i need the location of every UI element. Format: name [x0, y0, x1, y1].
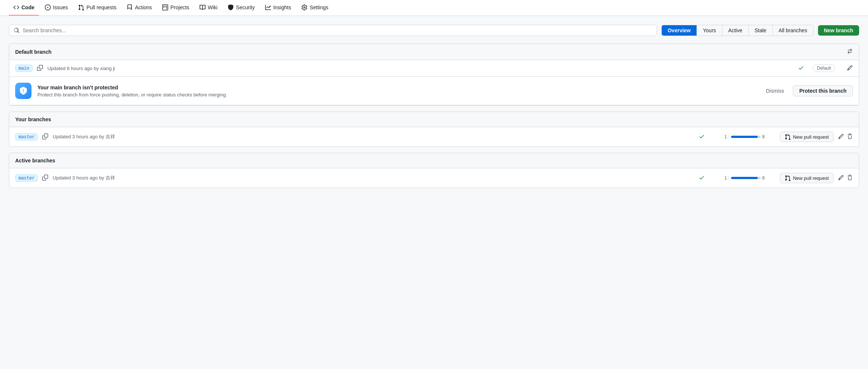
commits-bar-fill-yours: [731, 136, 758, 138]
issue-icon: [45, 4, 51, 10]
check-icon: [798, 65, 804, 72]
commits-behind-yours: 1: [720, 134, 727, 139]
nav-insights-label: Insights: [273, 4, 291, 10]
row-actions-active: New pull request: [780, 173, 853, 183]
copy-icon-master-yours[interactable]: [42, 133, 48, 141]
default-branch-header: Default branch: [9, 44, 859, 60]
switch-icon[interactable]: [847, 48, 853, 55]
new-pull-request-button-active[interactable]: New pull request: [780, 173, 834, 183]
master-branch-meta-active: Updated 3 hours ago by 吉祥: [53, 175, 690, 181]
nav-actions[interactable]: Actions: [122, 0, 156, 16]
projects-icon: [162, 4, 168, 10]
protection-icon-wrap: [15, 83, 31, 99]
nav-projects[interactable]: Projects: [158, 0, 194, 16]
delete-icon-yours[interactable]: [847, 133, 853, 141]
delete-icon-active[interactable]: [847, 175, 853, 182]
nav-security[interactable]: Security: [223, 0, 259, 16]
main-branch-row: main Updated 6 hours ago by xiang ji Def…: [9, 60, 859, 77]
commits-behind-active: 1: [720, 175, 727, 181]
master-branch-row-yours: master Updated 3 hours ago by 吉祥 1 | 8 N…: [9, 127, 859, 146]
main-branch-meta: Updated 6 hours ago by xiang ji: [47, 66, 789, 71]
your-branches-title: Your branches: [15, 116, 51, 122]
commits-bar-fill-active: [731, 177, 758, 179]
default-badge: Default: [813, 65, 835, 72]
check-icon-active: [699, 175, 705, 182]
tab-all-branches[interactable]: All branches: [773, 25, 813, 36]
nav-insights[interactable]: Insights: [261, 0, 296, 16]
nav-security-label: Security: [236, 4, 255, 10]
settings-icon: [301, 4, 307, 10]
master-branch-row-active: master Updated 3 hours ago by 吉祥 1 | 8 N…: [9, 168, 859, 188]
active-branches-header: Active branches: [9, 153, 859, 168]
pr-icon: [78, 4, 84, 10]
protection-actions: Dismiss Protect this branch: [761, 85, 853, 96]
main-content: Overview Yours Active Stale All branches…: [0, 16, 868, 369]
nav-issues[interactable]: Issues: [40, 0, 72, 16]
commits-ahead-yours: 8: [762, 134, 769, 139]
nav-code[interactable]: Code: [9, 0, 39, 16]
protection-description: Protect this branch from force pushing, …: [37, 92, 755, 98]
toolbar: Overview Yours Active Stale All branches…: [9, 25, 859, 36]
your-branches-section: Your branches master Updated 3 hours ago…: [9, 112, 859, 147]
edit-icon-active[interactable]: [838, 175, 844, 182]
new-branch-button[interactable]: New branch: [818, 25, 859, 36]
nav-actions-label: Actions: [135, 4, 152, 10]
search-input[interactable]: [23, 27, 652, 33]
row-actions-yours: New pull request: [780, 132, 853, 142]
copy-icon[interactable]: [37, 65, 43, 72]
tab-overview[interactable]: Overview: [662, 25, 697, 36]
tab-stale[interactable]: Stale: [749, 25, 773, 36]
nav-wiki-label: Wiki: [208, 4, 217, 10]
protection-text: Your main branch isn't protected Protect…: [37, 85, 755, 98]
tab-active[interactable]: Active: [722, 25, 749, 36]
main-branch-tag: main: [15, 65, 33, 72]
protection-notice: Your main branch isn't protected Protect…: [9, 77, 859, 105]
nav-pull-requests[interactable]: Pull requests: [74, 0, 121, 16]
code-icon: [13, 4, 19, 10]
commits-info-yours: 1 | 8: [720, 134, 769, 139]
check-icon-yours: [699, 133, 705, 141]
your-branches-header: Your branches: [9, 112, 859, 127]
protect-branch-button[interactable]: Protect this branch: [793, 85, 853, 96]
security-icon: [228, 4, 234, 10]
active-branches-section: Active branches master Updated 3 hours a…: [9, 153, 859, 188]
default-branch-section: Default branch main Updated 6 hours ago …: [9, 43, 859, 106]
new-pull-request-label-yours: New pull request: [793, 134, 829, 140]
actions-icon: [127, 4, 133, 10]
dismiss-button[interactable]: Dismiss: [761, 86, 788, 96]
active-branches-title: Active branches: [15, 158, 55, 164]
commits-ahead-active: 8: [762, 175, 769, 181]
commits-bar-yours: [731, 136, 761, 138]
nav-settings[interactable]: Settings: [297, 0, 333, 16]
default-branch-title: Default branch: [15, 49, 51, 55]
tab-yours[interactable]: Yours: [697, 25, 722, 36]
new-pull-request-label-active: New pull request: [793, 175, 829, 181]
master-branch-meta-yours: Updated 3 hours ago by 吉祥: [53, 133, 690, 140]
edit-icon[interactable]: [847, 65, 853, 72]
insights-icon: [265, 4, 271, 10]
master-branch-tag-active: master: [15, 174, 38, 182]
nav-issues-label: Issues: [53, 4, 68, 10]
commits-info-active: 1 | 8: [720, 175, 769, 181]
nav-settings-label: Settings: [310, 4, 328, 10]
new-pull-request-button-yours[interactable]: New pull request: [780, 132, 834, 142]
top-nav: Code Issues Pull requests Actions Projec…: [0, 0, 868, 16]
filter-tabs: Overview Yours Active Stale All branches: [661, 25, 814, 36]
commits-bar-active: [731, 177, 761, 179]
search-box: [9, 25, 657, 36]
nav-wiki[interactable]: Wiki: [195, 0, 222, 16]
nav-code-label: Code: [21, 4, 34, 10]
wiki-icon: [200, 4, 206, 10]
master-branch-tag-yours: master: [15, 133, 38, 141]
edit-icon-yours[interactable]: [838, 133, 844, 141]
protection-title: Your main branch isn't protected: [37, 85, 755, 90]
nav-pr-label: Pull requests: [86, 4, 116, 10]
copy-icon-master-active[interactable]: [42, 175, 48, 182]
search-icon: [14, 27, 20, 33]
nav-projects-label: Projects: [170, 4, 189, 10]
